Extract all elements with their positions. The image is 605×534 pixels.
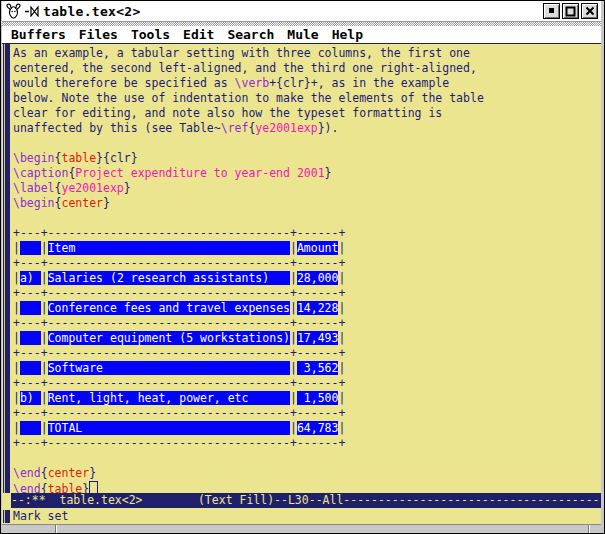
buffer-line: clear for editing, and note also how the…	[13, 106, 601, 121]
close-icon	[585, 6, 595, 16]
table-cell-highlight: Computer equipment (5 workstations)	[48, 331, 290, 345]
buffer-text-span: |	[290, 361, 297, 375]
buffer-line: \end{table}	[13, 481, 601, 493]
table-cell-highlight	[20, 421, 41, 435]
buffer-text-span: +---+-----------------------------------…	[13, 346, 345, 360]
buffer-text-span: |	[338, 391, 345, 405]
buffer-text-span: \end	[13, 466, 41, 480]
buffer-text-span: }	[89, 466, 96, 480]
minibuffer-message: Mark set	[13, 508, 68, 524]
text-cursor	[89, 481, 98, 493]
table-cell-highlight: a)	[20, 271, 41, 285]
buffer-text-span: center	[61, 196, 103, 210]
buffer-text-span: }	[124, 181, 131, 195]
buffer-text-span: |	[290, 241, 297, 255]
buffer-text-span: table	[61, 151, 96, 165]
buffer-text-span: |	[290, 421, 297, 435]
table-cell-highlight: 64,783	[297, 421, 339, 435]
table-cell-highlight: TOTAL	[48, 421, 290, 435]
buffer-text-span: +{clr}+, as in the example	[269, 76, 449, 90]
buffer-line: \end{center}	[13, 466, 601, 481]
buffer-line: | |TOTAL |64,783|	[13, 421, 601, 436]
buffer-text-span: |	[338, 241, 345, 255]
buffer-text-span: |	[338, 421, 345, 435]
buffer-line: \label{ye2001exp}	[13, 181, 601, 196]
buffer-text-span: ye2001exp	[255, 121, 317, 135]
buffer-text-span: }).	[318, 121, 339, 135]
buffer-text-span: }	[325, 166, 332, 180]
buffer-text-span: centered, the second left-aligned, and t…	[13, 61, 477, 75]
buffer-line: As an example, a tabular setting with th…	[13, 46, 601, 61]
resize-notch-left	[55, 525, 56, 533]
buffer-text-span: |	[290, 271, 297, 285]
buffer-line: | |Item |Amount|	[13, 241, 601, 256]
menu-item-help[interactable]: Help	[332, 26, 363, 43]
table-cell-highlight: Salaries (2 research assistants)	[48, 271, 290, 285]
buffer-text-span: |	[338, 331, 345, 345]
menu-item-edit[interactable]: Edit	[183, 26, 214, 43]
modeline-gutter	[2, 493, 11, 508]
table-cell-highlight: 14,228	[297, 301, 339, 315]
scrollbar-thumb[interactable]	[3, 44, 10, 493]
left-scrollbar[interactable]	[2, 44, 11, 493]
table-cell-highlight: b)	[20, 391, 41, 405]
table-cell-highlight: Software	[48, 361, 290, 375]
menu-item-tools[interactable]: Tools	[131, 26, 170, 43]
buffer-text-span: |	[41, 271, 48, 285]
buffer-text-span: As an example, a tabular setting with th…	[13, 46, 470, 60]
buffer-line: \caption{Project expenditure to year-end…	[13, 166, 601, 181]
buffer-line: +---+-----------------------------------…	[13, 226, 601, 241]
emacs-window: table.tex<2> BuffersFilesToolsEditSearch…	[0, 0, 605, 534]
buffer-text-span: would therefore be specified as	[13, 76, 235, 90]
menu-bar: BuffersFilesToolsEditSearchMuleHelp	[2, 26, 601, 44]
buffer-text-span: {	[41, 482, 48, 493]
buffer-text-span: \caption	[13, 166, 68, 180]
buffer-text-span: unaffected by this (see Table~	[13, 121, 221, 135]
buffer-text-span: |	[13, 421, 20, 435]
window-title: table.tex<2>	[43, 4, 141, 19]
buffer-text-span: below. Note the use of indentation to ma…	[13, 91, 484, 105]
menu-item-mule[interactable]: Mule	[287, 26, 318, 43]
buffer-line: \begin{table}{clr}	[13, 151, 601, 166]
buffer-text-span: \ref	[221, 121, 249, 135]
buffer-line: +---+-----------------------------------…	[13, 436, 601, 451]
buffer-text-span: +---+-----------------------------------…	[13, 256, 345, 270]
buffer-text-span: }	[103, 196, 110, 210]
buffer-text-span: |	[290, 331, 297, 345]
buffer-line: +---+-----------------------------------…	[13, 406, 601, 421]
minibuffer[interactable]: Mark set	[2, 508, 601, 524]
table-cell-highlight: 3,562	[297, 361, 339, 375]
buffer-text-span: |	[41, 421, 48, 435]
buffer-text-span: |	[41, 331, 48, 345]
minimize-button[interactable]	[543, 3, 560, 19]
close-button[interactable]	[581, 3, 598, 19]
table-cell-highlight	[20, 301, 41, 315]
buffer-text[interactable]: As an example, a tabular setting with th…	[11, 44, 601, 493]
gnu-head-icon	[5, 3, 22, 20]
buffer-text-span: clear for editing, and note also how the…	[13, 106, 442, 120]
buffer-line: below. Note the use of indentation to ma…	[13, 91, 601, 106]
buffer-text-span: +---+-----------------------------------…	[13, 436, 345, 450]
mode-line[interactable]: --:** table.tex<2> (Text Fill)--L30--All…	[11, 493, 601, 508]
buffer-text-span: |	[41, 301, 48, 315]
title-bar[interactable]: table.tex<2>	[2, 1, 601, 22]
buffer-line: | |Conference fees and travel expenses|1…	[13, 301, 601, 316]
buffer-text-span: |	[13, 241, 20, 255]
buffer-text-span: |	[290, 301, 297, 315]
buffer-line: centered, the second left-aligned, and t…	[13, 61, 601, 76]
buffer-text-span: |	[290, 391, 297, 405]
buffer-text-span: |	[13, 331, 20, 345]
buffer-line: +---+-----------------------------------…	[13, 286, 601, 301]
resize-notch-right	[588, 525, 589, 533]
buffer-text-span: \end	[13, 482, 41, 493]
menu-item-search[interactable]: Search	[227, 26, 274, 43]
buffer-text-span: \begin	[13, 151, 55, 165]
buffer-text-span: +---+-----------------------------------…	[13, 316, 345, 330]
menu-item-buffers[interactable]: Buffers	[11, 26, 66, 43]
maximize-button[interactable]	[562, 3, 579, 19]
buffer-text-span: Project expenditure to year-end 2001	[75, 166, 324, 180]
menu-item-files[interactable]: Files	[79, 26, 118, 43]
buffer-text-span: table	[48, 482, 83, 493]
buffer-line: +---+-----------------------------------…	[13, 376, 601, 391]
buffer-line	[13, 136, 601, 151]
